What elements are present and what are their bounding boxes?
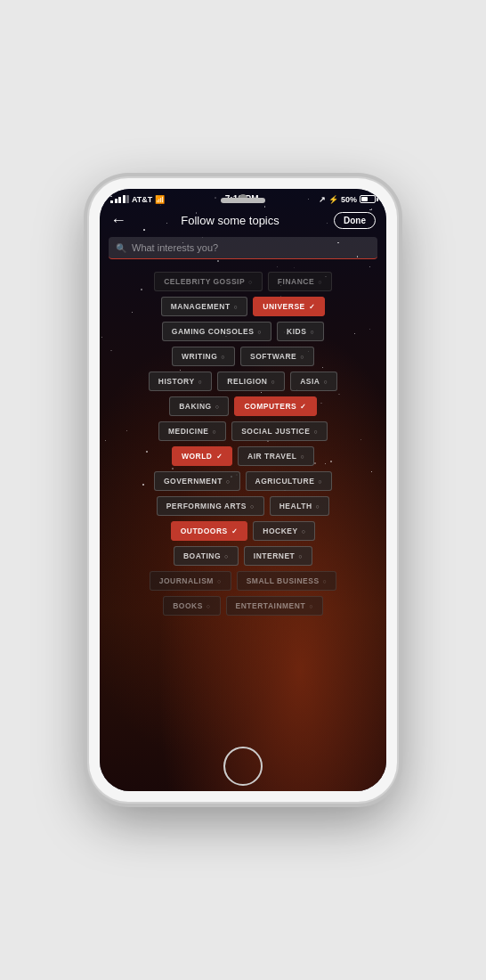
battery-icon (360, 195, 376, 203)
add-icon: ○ (302, 528, 306, 535)
topic-chip-entertainment[interactable]: ENTERTAINMENT○ (226, 596, 323, 616)
topic-label: UNIVERSE (263, 302, 304, 311)
add-icon: ○ (257, 329, 262, 335)
speaker (221, 198, 265, 203)
topic-label: WRITING (182, 352, 217, 361)
topic-chip-boating[interactable]: BOATING○ (174, 546, 239, 566)
location-icon: ↗ (319, 195, 326, 204)
topic-label: BOOKS (173, 601, 203, 610)
phone-screen: AT&T 📶 7:10 PM ↗ ⚡ 50% ← Follow some top… (100, 189, 386, 791)
add-icon: ○ (250, 503, 255, 510)
add-icon: ○ (323, 379, 328, 385)
topic-chip-religion[interactable]: RELIGION○ (217, 372, 285, 391)
topic-chip-journalism[interactable]: JOURNALISM○ (150, 571, 231, 591)
status-left: AT&T 📶 (110, 195, 165, 204)
topic-chip-baking[interactable]: BAKING○ (169, 396, 229, 416)
topic-chip-gaming-consoles[interactable]: GAMING CONSOLES○ (162, 322, 271, 341)
topic-label: SOCIAL JUSTICE (241, 427, 310, 436)
add-icon: ○ (226, 478, 231, 485)
topic-chip-medicine[interactable]: MEDICINE○ (158, 421, 226, 441)
topic-chip-finance[interactable]: FINANCE○ (268, 272, 332, 291)
topic-label: OUTDOORS (181, 527, 228, 535)
topic-chip-small-business[interactable]: SMALL BUSINESS○ (237, 571, 337, 591)
add-icon: ○ (224, 553, 229, 559)
topic-row-1: MANAGEMENT○UNIVERSE✓ (107, 297, 379, 316)
topics-container: CELEBRITY GOSSIP○FINANCE○MANAGEMENT○UNIV… (100, 268, 386, 791)
add-icon: ○ (310, 329, 314, 335)
topic-row-10: OUTDOORS✓HOCKEY○ (107, 521, 379, 541)
topic-chip-outdoors[interactable]: OUTDOORS✓ (171, 521, 248, 541)
topic-chip-world[interactable]: WORLD✓ (172, 446, 232, 466)
topic-chip-universe[interactable]: UNIVERSE✓ (253, 297, 325, 316)
add-icon: ○ (207, 603, 211, 609)
add-icon: ○ (298, 553, 303, 559)
topic-chip-internet[interactable]: INTERNET○ (244, 546, 312, 566)
topic-chip-asia[interactable]: ASIA○ (290, 372, 337, 391)
topic-label: RELIGION (227, 377, 267, 386)
topic-chip-celebrity-gossip[interactable]: CELEBRITY GOSSIP○ (154, 272, 263, 291)
done-button[interactable]: Done (334, 212, 376, 229)
topic-label: AGRICULTURE (255, 477, 315, 486)
topic-label: KIDS (287, 327, 306, 336)
check-icon: ✓ (216, 453, 223, 461)
topic-chip-books[interactable]: BOOKS○ (163, 596, 220, 616)
topic-chip-kids[interactable]: KIDS○ (277, 322, 324, 341)
topic-row-9: PERFORMING ARTS○HEALTH○ (107, 496, 379, 516)
add-icon: ○ (212, 429, 216, 435)
wifi-icon: 📶 (155, 195, 165, 204)
battery-percent: 50% (341, 195, 357, 204)
topic-label: GOVERNMENT (164, 477, 223, 486)
topic-chip-agriculture[interactable]: AGRICULTURE○ (246, 471, 332, 491)
search-placeholder: What interests you? (132, 242, 218, 253)
topic-label: FINANCE (278, 277, 314, 286)
check-icon: ✓ (231, 527, 239, 535)
add-icon: ○ (309, 603, 313, 609)
topic-chip-history[interactable]: HISTORY○ (149, 372, 213, 391)
carrier-label: AT&T (132, 195, 152, 204)
topic-chip-health[interactable]: HEALTH○ (270, 496, 330, 516)
add-icon: ○ (316, 503, 320, 510)
topic-label: GAMING CONSOLES (172, 327, 255, 336)
add-icon: ○ (318, 279, 322, 285)
topic-label: MEDICINE (168, 427, 209, 436)
topic-label: ASIA (300, 377, 320, 386)
topic-row-2: GAMING CONSOLES○KIDS○ (107, 322, 379, 341)
topic-label: SOFTWARE (250, 352, 296, 361)
add-icon: ○ (300, 354, 304, 360)
topic-chip-management[interactable]: MANAGEMENT○ (161, 297, 248, 316)
topic-row-3: WRITING○SOFTWARE○ (107, 347, 379, 366)
topic-label: JOURNALISM (159, 576, 214, 585)
signal-icon (110, 195, 129, 203)
topic-row-7: WORLD✓AIR TRAVEL○ (107, 446, 379, 466)
battery-fill (361, 197, 368, 201)
topic-chip-air-travel[interactable]: AIR TRAVEL○ (238, 446, 314, 466)
topic-chip-computers[interactable]: COMPUTERS✓ (234, 396, 316, 416)
nav-title: Follow some topics (181, 214, 279, 227)
phone-frame: AT&T 📶 7:10 PM ↗ ⚡ 50% ← Follow some top… (89, 178, 397, 802)
topic-chip-hockey[interactable]: HOCKEY○ (253, 521, 315, 541)
topic-label: CELEBRITY GOSSIP (164, 277, 245, 286)
topic-chip-software[interactable]: SOFTWARE○ (240, 347, 314, 366)
topic-row-4: HISTORY○RELIGION○ASIA○ (107, 372, 379, 391)
topic-row-0: CELEBRITY GOSSIP○FINANCE○ (107, 272, 379, 291)
topic-chip-government[interactable]: GOVERNMENT○ (154, 471, 240, 491)
search-bar[interactable]: 🔍 What interests you? (109, 237, 377, 259)
add-icon: ○ (318, 478, 322, 485)
topic-label: INTERNET (254, 551, 296, 560)
add-icon: ○ (234, 304, 239, 310)
topic-label: ENTERTAINMENT (236, 601, 306, 610)
topic-chip-performing-arts[interactable]: PERFORMING ARTS○ (157, 496, 264, 516)
topic-label: HEALTH (279, 502, 312, 510)
topic-row-8: GOVERNMENT○AGRICULTURE○ (107, 471, 379, 491)
screen-content: AT&T 📶 7:10 PM ↗ ⚡ 50% ← Follow some top… (100, 189, 386, 791)
topic-row-12: JOURNALISM○SMALL BUSINESS○ (107, 571, 379, 591)
topic-row-5: BAKING○COMPUTERS✓ (107, 396, 379, 416)
search-icon: 🔍 (116, 243, 126, 253)
add-icon: ○ (300, 453, 304, 460)
topic-chip-social-justice[interactable]: SOCIAL JUSTICE○ (231, 421, 328, 441)
status-right: ↗ ⚡ 50% (319, 195, 376, 204)
topic-chip-writing[interactable]: WRITING○ (172, 347, 235, 366)
topic-label: HISTORY (158, 377, 195, 386)
bluetooth-icon: ⚡ (328, 195, 338, 204)
back-button[interactable]: ← (110, 211, 126, 230)
